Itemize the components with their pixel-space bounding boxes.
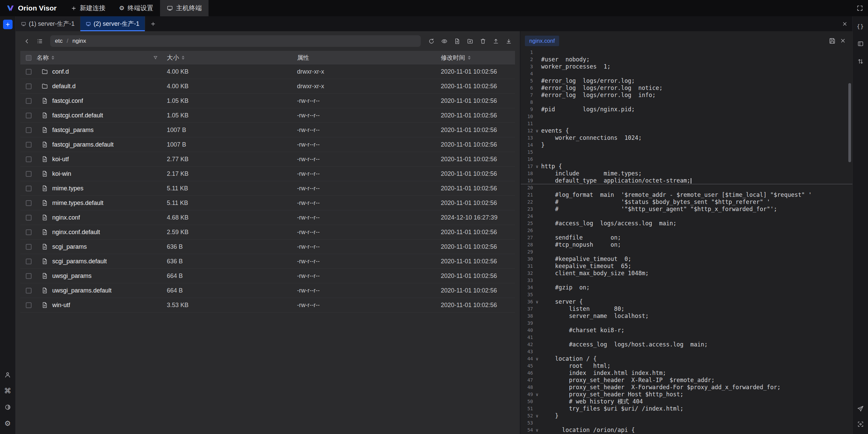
- tab-server-2-active[interactable]: (2) server-生产-1: [80, 16, 145, 31]
- upload-icon[interactable]: [490, 35, 501, 47]
- line-number: 20: [521, 184, 533, 191]
- line-number: 35: [521, 291, 533, 298]
- code-text: http {: [541, 163, 562, 170]
- new-folder-icon[interactable]: [464, 35, 476, 47]
- code-line: 43: [521, 348, 852, 355]
- delete-trash-icon[interactable]: [477, 35, 489, 47]
- new-file-icon[interactable]: [451, 35, 463, 47]
- table-row[interactable]: fastcgi_params.default 1007 B -rw-r--r--…: [20, 137, 515, 152]
- row-checkbox[interactable]: [26, 69, 32, 75]
- table-row[interactable]: uwsgi_params.default 664 B -rw-r--r-- 20…: [20, 283, 515, 298]
- filter-funnel-icon[interactable]: [153, 55, 158, 60]
- table-row[interactable]: mime.types 5.11 KB -rw-r--r-- 2020-11-01…: [20, 181, 515, 196]
- row-checkbox[interactable]: [26, 302, 32, 308]
- download-icon[interactable]: [503, 35, 514, 47]
- fold-chevron-icon[interactable]: [533, 427, 541, 434]
- editor-code[interactable]: 1 2 #user nobody;: [521, 47, 852, 434]
- file-size: 1007 B: [167, 127, 297, 134]
- row-checkbox[interactable]: [26, 244, 32, 250]
- row-checkbox[interactable]: [26, 273, 32, 279]
- refresh-icon[interactable]: [426, 35, 437, 47]
- file-size: 2.59 KB: [167, 229, 297, 236]
- fold-chevron-icon[interactable]: [533, 163, 541, 170]
- sftp-panel-icon[interactable]: [855, 39, 866, 49]
- send-command-icon[interactable]: [855, 403, 866, 414]
- breadcrumb-segment[interactable]: nginx: [72, 38, 86, 44]
- menu-item-host-terminal[interactable]: 主机终端: [160, 0, 209, 16]
- file-size: 664 B: [167, 272, 297, 280]
- row-checkbox[interactable]: [26, 98, 32, 104]
- fold-chevron-icon[interactable]: [533, 298, 541, 305]
- plus-icon: [150, 21, 156, 27]
- fold-chevron-icon[interactable]: [533, 355, 541, 362]
- close-all-button[interactable]: [837, 16, 852, 31]
- transfer-list-icon[interactable]: [855, 56, 866, 67]
- row-checkbox[interactable]: [26, 142, 32, 148]
- editor-scrollbar-thumb[interactable]: [848, 83, 851, 162]
- fullscreen-button[interactable]: [852, 0, 868, 16]
- row-checkbox[interactable]: [26, 171, 32, 177]
- row-checkbox[interactable]: [26, 186, 32, 191]
- file-attr: -rw-r--r--: [297, 170, 441, 177]
- row-checkbox[interactable]: [26, 127, 32, 133]
- code-text: events {: [541, 127, 569, 134]
- add-connection-button[interactable]: [3, 20, 13, 29]
- code-line: 46 index index.html index.htm;: [521, 370, 852, 377]
- preview-eye-icon[interactable]: [438, 35, 450, 47]
- back-button[interactable]: [21, 35, 33, 47]
- header-name[interactable]: 名称: [37, 54, 167, 62]
- row-checkbox[interactable]: [26, 200, 32, 206]
- sort-carets-icon[interactable]: [182, 56, 184, 60]
- table-row[interactable]: koi-win 2.17 KB -rw-r--r-- 2020-11-01 10…: [20, 167, 515, 181]
- table-row[interactable]: koi-utf 2.77 KB -rw-r--r-- 2020-11-01 10…: [20, 152, 515, 167]
- path-breadcrumb[interactable]: etc / nginx: [50, 35, 421, 47]
- row-checkbox[interactable]: [26, 215, 32, 221]
- table-row[interactable]: uwsgi_params 664 B -rw-r--r-- 2020-11-01…: [20, 269, 515, 283]
- table-row[interactable]: scgi_params.default 636 B -rw-r--r-- 202…: [20, 254, 515, 269]
- table-row[interactable]: conf.d 4.00 KB drwxr-xr-x 2020-11-01 10:…: [20, 64, 515, 79]
- sort-carets-icon[interactable]: [468, 56, 471, 60]
- table-row[interactable]: fastcgi.conf 1.05 KB -rw-r--r-- 2020-11-…: [20, 94, 515, 108]
- row-checkbox[interactable]: [26, 83, 32, 89]
- capture-icon[interactable]: [855, 419, 866, 429]
- table-row[interactable]: mime.types.default 5.11 KB -rw-r--r-- 20…: [20, 196, 515, 210]
- editor-file-badge[interactable]: nginx.conf: [525, 36, 559, 46]
- row-checkbox[interactable]: [26, 113, 32, 118]
- table-row[interactable]: win-utf 3.53 KB -rw-r--r-- 2020-11-01 10…: [20, 298, 515, 313]
- settings-gear-icon[interactable]: [3, 418, 13, 429]
- fold-chevron-icon[interactable]: [533, 127, 541, 134]
- save-icon[interactable]: [827, 35, 837, 46]
- command-shortcuts-icon[interactable]: [3, 386, 13, 396]
- header-mtime[interactable]: 修改时间: [441, 54, 515, 62]
- theme-icon[interactable]: [3, 402, 13, 412]
- list-view-icon[interactable]: [34, 35, 45, 47]
- sort-carets-icon[interactable]: [52, 56, 54, 60]
- user-icon[interactable]: [3, 370, 13, 380]
- line-number: 17: [521, 163, 533, 170]
- code-line: 16: [521, 156, 852, 163]
- tab-server-1[interactable]: (1) server-生产-1: [16, 16, 80, 31]
- new-tab-button[interactable]: [145, 16, 161, 31]
- close-editor-icon[interactable]: [837, 35, 848, 46]
- row-checkbox[interactable]: [26, 288, 32, 294]
- line-number: 8: [521, 99, 533, 106]
- table-row[interactable]: fastcgi.conf.default 1.05 KB -rw-r--r-- …: [20, 108, 515, 123]
- select-all-checkbox[interactable]: [26, 55, 32, 61]
- table-row[interactable]: scgi_params 636 B -rw-r--r-- 2020-11-01 …: [20, 240, 515, 254]
- breadcrumb-segment[interactable]: etc: [55, 38, 63, 44]
- menu-item-terminal-settings[interactable]: 终端设置: [112, 0, 160, 16]
- table-row[interactable]: nginx.conf.default 2.59 KB -rw-r--r-- 20…: [20, 225, 515, 240]
- line-number: 25: [521, 220, 533, 227]
- variables-icon[interactable]: [855, 21, 866, 31]
- table-row[interactable]: nginx.conf 4.68 KB -rw-r--r-- 2024-12-10…: [20, 210, 515, 225]
- table-row[interactable]: fastcgi_params 1007 B -rw-r--r-- 2020-11…: [20, 123, 515, 137]
- fold-chevron-icon[interactable]: [533, 391, 541, 398]
- row-checkbox[interactable]: [26, 259, 32, 264]
- gear-icon: [119, 4, 124, 12]
- fold-chevron-icon[interactable]: [533, 412, 541, 419]
- row-checkbox[interactable]: [26, 156, 32, 162]
- menu-item-new-connection[interactable]: 新建连接: [64, 0, 112, 16]
- table-row[interactable]: default.d 4.00 KB drwxr-xr-x 2020-11-01 …: [20, 79, 515, 94]
- header-size[interactable]: 大小: [167, 54, 297, 62]
- row-checkbox[interactable]: [26, 229, 32, 235]
